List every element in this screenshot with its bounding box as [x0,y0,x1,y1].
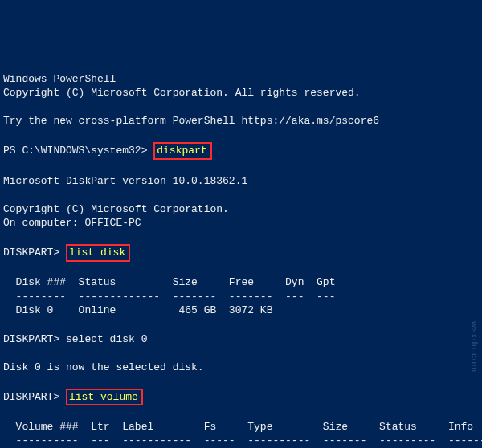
ps-prompt: PS C:\WINDOWS\system32> [3,145,153,157]
diskpart-prompt: DISKPART> [3,333,66,345]
output-line: Microsoft DiskPart version 10.0.18362.1 [3,175,247,187]
output-line: Disk 0 is now the selected disk. [3,361,204,373]
diskpart-prompt: DISKPART> [3,246,66,259]
highlighted-command: list volume [66,389,143,406]
header-line: Try the new cross-platform PowerShell ht… [3,115,379,127]
table-row: Disk 0 Online 465 GB 3072 KB [3,304,272,316]
command-text: select disk 0 [66,333,147,345]
output-line: On computer: OFFICE-PC [3,217,141,229]
terminal-output: Windows PowerShell Copyright (C) Microso… [0,56,482,448]
table-header: Volume ### Ltr Label Fs Type Size Status… [3,421,473,433]
watermark-text: wsxdn.com [468,321,480,373]
header-line: Windows PowerShell [3,73,116,85]
diskpart-prompt: DISKPART> [3,391,66,403]
table-divider: -------- ------------- ------- ------- -… [3,291,335,303]
table-header: Disk ### Status Size Free Dyn Gpt [3,276,335,288]
table-divider: ---------- --- ----------- ----- -------… [3,434,482,446]
output-line: Copyright (C) Microsoft Corporation. [3,203,229,215]
highlighted-command: diskpart [153,142,211,160]
header-line: Copyright (C) Microsoft Corporation. All… [3,87,361,99]
highlighted-command: list disk [66,244,130,262]
